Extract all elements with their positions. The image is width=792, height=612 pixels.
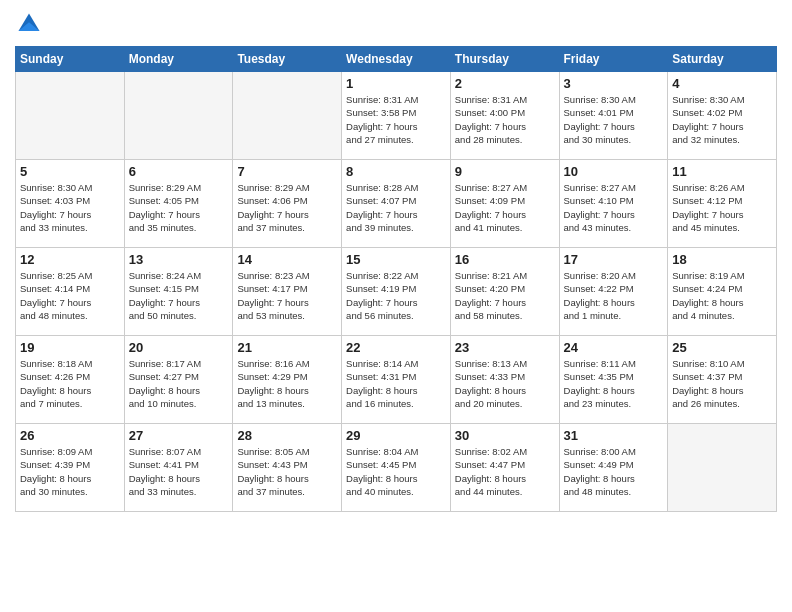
day-number: 28: [237, 428, 337, 443]
cell-info: Sunrise: 8:11 AM Sunset: 4:35 PM Dayligh…: [564, 357, 664, 410]
header-row: SundayMondayTuesdayWednesdayThursdayFrid…: [16, 47, 777, 72]
calendar-cell: 3Sunrise: 8:30 AM Sunset: 4:01 PM Daylig…: [559, 72, 668, 160]
calendar: SundayMondayTuesdayWednesdayThursdayFrid…: [15, 46, 777, 512]
calendar-cell: 29Sunrise: 8:04 AM Sunset: 4:45 PM Dayli…: [342, 424, 451, 512]
day-number: 22: [346, 340, 446, 355]
cell-info: Sunrise: 8:21 AM Sunset: 4:20 PM Dayligh…: [455, 269, 555, 322]
cell-info: Sunrise: 8:23 AM Sunset: 4:17 PM Dayligh…: [237, 269, 337, 322]
day-number: 8: [346, 164, 446, 179]
calendar-cell: 6Sunrise: 8:29 AM Sunset: 4:05 PM Daylig…: [124, 160, 233, 248]
day-number: 10: [564, 164, 664, 179]
calendar-cell: 21Sunrise: 8:16 AM Sunset: 4:29 PM Dayli…: [233, 336, 342, 424]
cell-info: Sunrise: 8:07 AM Sunset: 4:41 PM Dayligh…: [129, 445, 229, 498]
day-number: 16: [455, 252, 555, 267]
calendar-cell: 17Sunrise: 8:20 AM Sunset: 4:22 PM Dayli…: [559, 248, 668, 336]
calendar-cell: 13Sunrise: 8:24 AM Sunset: 4:15 PM Dayli…: [124, 248, 233, 336]
cell-info: Sunrise: 8:20 AM Sunset: 4:22 PM Dayligh…: [564, 269, 664, 322]
cell-info: Sunrise: 8:30 AM Sunset: 4:02 PM Dayligh…: [672, 93, 772, 146]
calendar-cell: [233, 72, 342, 160]
day-number: 13: [129, 252, 229, 267]
day-number: 4: [672, 76, 772, 91]
calendar-cell: 18Sunrise: 8:19 AM Sunset: 4:24 PM Dayli…: [668, 248, 777, 336]
calendar-week-row: 12Sunrise: 8:25 AM Sunset: 4:14 PM Dayli…: [16, 248, 777, 336]
day-number: 2: [455, 76, 555, 91]
day-number: 5: [20, 164, 120, 179]
cell-info: Sunrise: 8:13 AM Sunset: 4:33 PM Dayligh…: [455, 357, 555, 410]
cell-info: Sunrise: 8:18 AM Sunset: 4:26 PM Dayligh…: [20, 357, 120, 410]
calendar-cell: 23Sunrise: 8:13 AM Sunset: 4:33 PM Dayli…: [450, 336, 559, 424]
cell-info: Sunrise: 8:30 AM Sunset: 4:01 PM Dayligh…: [564, 93, 664, 146]
calendar-cell: [668, 424, 777, 512]
cell-info: Sunrise: 8:14 AM Sunset: 4:31 PM Dayligh…: [346, 357, 446, 410]
cell-info: Sunrise: 8:27 AM Sunset: 4:09 PM Dayligh…: [455, 181, 555, 234]
day-number: 14: [237, 252, 337, 267]
day-number: 3: [564, 76, 664, 91]
cell-info: Sunrise: 8:24 AM Sunset: 4:15 PM Dayligh…: [129, 269, 229, 322]
cell-info: Sunrise: 8:17 AM Sunset: 4:27 PM Dayligh…: [129, 357, 229, 410]
day-number: 25: [672, 340, 772, 355]
calendar-cell: 12Sunrise: 8:25 AM Sunset: 4:14 PM Dayli…: [16, 248, 125, 336]
day-number: 1: [346, 76, 446, 91]
day-number: 23: [455, 340, 555, 355]
calendar-week-row: 5Sunrise: 8:30 AM Sunset: 4:03 PM Daylig…: [16, 160, 777, 248]
day-header: Thursday: [450, 47, 559, 72]
calendar-cell: 25Sunrise: 8:10 AM Sunset: 4:37 PM Dayli…: [668, 336, 777, 424]
day-number: 21: [237, 340, 337, 355]
day-number: 12: [20, 252, 120, 267]
calendar-cell: 11Sunrise: 8:26 AM Sunset: 4:12 PM Dayli…: [668, 160, 777, 248]
cell-info: Sunrise: 8:27 AM Sunset: 4:10 PM Dayligh…: [564, 181, 664, 234]
calendar-cell: 24Sunrise: 8:11 AM Sunset: 4:35 PM Dayli…: [559, 336, 668, 424]
cell-info: Sunrise: 8:31 AM Sunset: 3:58 PM Dayligh…: [346, 93, 446, 146]
day-number: 11: [672, 164, 772, 179]
logo: [15, 10, 47, 38]
day-header: Sunday: [16, 47, 125, 72]
calendar-cell: [124, 72, 233, 160]
cell-info: Sunrise: 8:00 AM Sunset: 4:49 PM Dayligh…: [564, 445, 664, 498]
day-number: 7: [237, 164, 337, 179]
cell-info: Sunrise: 8:10 AM Sunset: 4:37 PM Dayligh…: [672, 357, 772, 410]
day-number: 27: [129, 428, 229, 443]
header: [15, 10, 777, 38]
day-header: Saturday: [668, 47, 777, 72]
day-number: 24: [564, 340, 664, 355]
calendar-cell: 26Sunrise: 8:09 AM Sunset: 4:39 PM Dayli…: [16, 424, 125, 512]
day-number: 19: [20, 340, 120, 355]
cell-info: Sunrise: 8:02 AM Sunset: 4:47 PM Dayligh…: [455, 445, 555, 498]
calendar-week-row: 1Sunrise: 8:31 AM Sunset: 3:58 PM Daylig…: [16, 72, 777, 160]
calendar-cell: 10Sunrise: 8:27 AM Sunset: 4:10 PM Dayli…: [559, 160, 668, 248]
calendar-cell: 16Sunrise: 8:21 AM Sunset: 4:20 PM Dayli…: [450, 248, 559, 336]
cell-info: Sunrise: 8:31 AM Sunset: 4:00 PM Dayligh…: [455, 93, 555, 146]
calendar-cell: 31Sunrise: 8:00 AM Sunset: 4:49 PM Dayli…: [559, 424, 668, 512]
calendar-cell: [16, 72, 125, 160]
calendar-cell: 27Sunrise: 8:07 AM Sunset: 4:41 PM Dayli…: [124, 424, 233, 512]
cell-info: Sunrise: 8:28 AM Sunset: 4:07 PM Dayligh…: [346, 181, 446, 234]
calendar-cell: 20Sunrise: 8:17 AM Sunset: 4:27 PM Dayli…: [124, 336, 233, 424]
cell-info: Sunrise: 8:16 AM Sunset: 4:29 PM Dayligh…: [237, 357, 337, 410]
day-number: 15: [346, 252, 446, 267]
day-number: 29: [346, 428, 446, 443]
day-number: 31: [564, 428, 664, 443]
day-header: Wednesday: [342, 47, 451, 72]
calendar-cell: 28Sunrise: 8:05 AM Sunset: 4:43 PM Dayli…: [233, 424, 342, 512]
calendar-cell: 2Sunrise: 8:31 AM Sunset: 4:00 PM Daylig…: [450, 72, 559, 160]
day-number: 26: [20, 428, 120, 443]
day-header: Tuesday: [233, 47, 342, 72]
day-number: 20: [129, 340, 229, 355]
cell-info: Sunrise: 8:25 AM Sunset: 4:14 PM Dayligh…: [20, 269, 120, 322]
cell-info: Sunrise: 8:09 AM Sunset: 4:39 PM Dayligh…: [20, 445, 120, 498]
cell-info: Sunrise: 8:22 AM Sunset: 4:19 PM Dayligh…: [346, 269, 446, 322]
day-header: Friday: [559, 47, 668, 72]
day-number: 9: [455, 164, 555, 179]
calendar-cell: 22Sunrise: 8:14 AM Sunset: 4:31 PM Dayli…: [342, 336, 451, 424]
day-number: 18: [672, 252, 772, 267]
logo-icon: [15, 10, 43, 38]
calendar-cell: 14Sunrise: 8:23 AM Sunset: 4:17 PM Dayli…: [233, 248, 342, 336]
calendar-week-row: 19Sunrise: 8:18 AM Sunset: 4:26 PM Dayli…: [16, 336, 777, 424]
calendar-cell: 19Sunrise: 8:18 AM Sunset: 4:26 PM Dayli…: [16, 336, 125, 424]
calendar-cell: 1Sunrise: 8:31 AM Sunset: 3:58 PM Daylig…: [342, 72, 451, 160]
day-number: 6: [129, 164, 229, 179]
cell-info: Sunrise: 8:04 AM Sunset: 4:45 PM Dayligh…: [346, 445, 446, 498]
calendar-cell: 7Sunrise: 8:29 AM Sunset: 4:06 PM Daylig…: [233, 160, 342, 248]
cell-info: Sunrise: 8:29 AM Sunset: 4:05 PM Dayligh…: [129, 181, 229, 234]
cell-info: Sunrise: 8:05 AM Sunset: 4:43 PM Dayligh…: [237, 445, 337, 498]
